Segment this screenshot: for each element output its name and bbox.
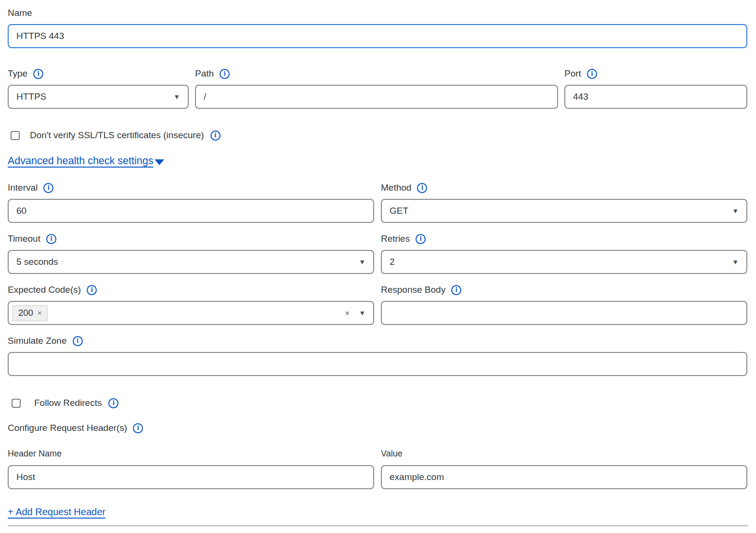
ssl-verify-label: Don't verify SSL/TLS certificates (insec… <box>30 130 204 141</box>
method-select-arrow-icon: ▼ <box>732 208 739 214</box>
port-input[interactable] <box>564 85 747 109</box>
retries-label: Retries <box>381 233 410 245</box>
expected-codes-multiselect[interactable]: 200 × × ▼ <box>8 301 374 325</box>
timeout-field: Timeout i 5 seconds ▼ <box>8 233 374 274</box>
code-tag: 200 × <box>13 305 48 321</box>
response-body-label: Response Body <box>381 284 445 296</box>
retries-select-value: 2 <box>390 257 395 267</box>
type-info-icon[interactable]: i <box>33 69 43 79</box>
path-label: Path <box>195 68 214 79</box>
timeout-retries-row: Timeout i 5 seconds ▼ Retries i 2 ▼ <box>8 233 747 274</box>
type-select[interactable]: HTTPS ▼ <box>8 85 189 109</box>
header-value-field: Value <box>381 448 747 489</box>
simulate-zone-label: Simulate Zone <box>8 335 67 347</box>
response-body-info-icon[interactable]: i <box>451 285 461 295</box>
expected-codes-field: Expected Code(s) i 200 × × ▼ <box>8 284 374 325</box>
name-input[interactable] <box>8 24 747 48</box>
port-info-icon[interactable]: i <box>587 69 597 79</box>
interval-label: Interval <box>8 182 38 194</box>
interval-input[interactable] <box>8 199 374 223</box>
simulate-zone-info-icon[interactable]: i <box>73 336 83 346</box>
health-check-form: Name Type i HTTPS ▼ Path i <box>0 0 756 526</box>
port-label: Port <box>564 68 581 79</box>
name-label: Name <box>8 7 32 19</box>
advanced-settings-row: Advanced health check settings <box>8 155 747 167</box>
request-header-row: Header Name Value <box>8 448 747 489</box>
interval-info-icon[interactable]: i <box>43 183 53 193</box>
ssl-verify-info-icon[interactable]: i <box>210 130 221 141</box>
retries-info-icon[interactable]: i <box>416 234 426 244</box>
port-field: Port i <box>564 67 747 109</box>
configure-headers-info-icon[interactable]: i <box>133 423 143 433</box>
add-request-header-link[interactable]: + Add Request Header <box>8 507 105 518</box>
method-field: Method i GET ▼ <box>381 182 747 223</box>
timeout-select-value: 5 seconds <box>16 257 58 267</box>
method-select-value: GET <box>390 206 408 216</box>
follow-redirects-checkbox[interactable] <box>12 399 21 408</box>
timeout-info-icon[interactable]: i <box>46 234 56 244</box>
add-header-row: + Add Request Header <box>8 507 747 518</box>
path-info-icon[interactable]: i <box>220 69 230 79</box>
method-select[interactable]: GET ▼ <box>381 199 747 223</box>
type-select-arrow-icon: ▼ <box>173 93 180 100</box>
follow-redirects-row: Follow Redirects i <box>8 398 747 408</box>
type-label: Type <box>8 68 27 79</box>
method-label: Method <box>381 182 411 194</box>
response-body-field: Response Body i <box>381 284 747 325</box>
retries-field: Retries i 2 ▼ <box>381 233 747 274</box>
interval-field: Interval i <box>8 182 374 223</box>
advanced-settings-link[interactable]: Advanced health check settings <box>8 155 153 167</box>
codes-select-arrow-icon: ▼ <box>359 310 365 316</box>
follow-redirects-info-icon[interactable]: i <box>108 398 118 408</box>
tag-remove-icon[interactable]: × <box>38 309 42 316</box>
timeout-select[interactable]: 5 seconds ▼ <box>8 250 374 274</box>
configure-headers-row: Configure Request Header(s) i <box>8 422 747 434</box>
type-field: Type i HTTPS ▼ <box>8 67 189 109</box>
path-input[interactable] <box>195 85 558 109</box>
header-value-column-label: Value <box>381 448 403 459</box>
expected-codes-label: Expected Code(s) <box>8 284 81 296</box>
retries-select-arrow-icon: ▼ <box>732 259 739 265</box>
chevron-down-icon <box>155 159 164 165</box>
path-field: Path i <box>195 67 558 109</box>
ssl-verify-row: Don't verify SSL/TLS certificates (insec… <box>8 130 747 141</box>
name-label-row: Name <box>8 7 747 19</box>
method-info-icon[interactable]: i <box>417 183 427 193</box>
codes-body-row: Expected Code(s) i 200 × × ▼ Response Bo… <box>8 284 747 325</box>
header-name-input[interactable] <box>8 465 374 489</box>
interval-method-row: Interval i Method i GET ▼ <box>8 182 747 223</box>
ssl-verify-checkbox[interactable] <box>11 131 20 140</box>
expected-codes-info-icon[interactable]: i <box>87 285 97 295</box>
code-tag-value: 200 <box>18 308 33 318</box>
type-path-port-row: Type i HTTPS ▼ Path i Port i <box>8 67 747 109</box>
clear-all-icon[interactable]: × <box>345 309 350 317</box>
timeout-select-arrow-icon: ▼ <box>359 259 365 265</box>
header-name-column-label: Header Name <box>8 448 62 459</box>
header-name-field: Header Name <box>8 448 374 489</box>
simulate-zone-field: Simulate Zone i <box>8 335 747 376</box>
response-body-input[interactable] <box>381 301 747 325</box>
timeout-label: Timeout <box>8 233 40 245</box>
retries-select[interactable]: 2 ▼ <box>381 250 747 274</box>
configure-headers-label: Configure Request Header(s) <box>8 422 127 434</box>
follow-redirects-label: Follow Redirects <box>34 398 102 408</box>
simulate-zone-input[interactable] <box>8 352 747 376</box>
section-divider <box>8 525 748 526</box>
type-select-value: HTTPS <box>16 91 46 102</box>
header-value-input[interactable] <box>381 465 747 489</box>
